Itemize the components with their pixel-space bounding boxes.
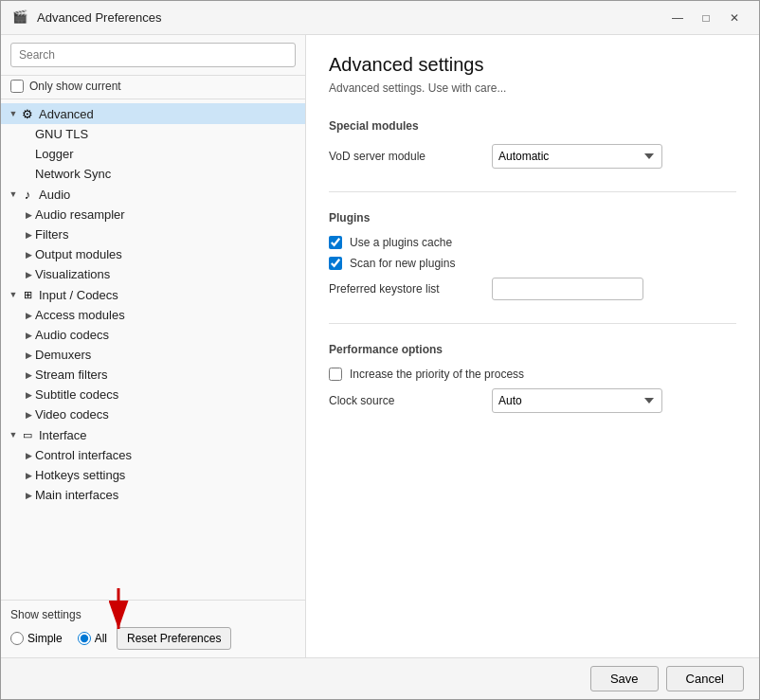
tree-label-video-codecs: Video codecs — [35, 407, 109, 422]
vod-server-row: VoD server module Automatic — [329, 144, 736, 169]
expand-arrow-advanced — [7, 107, 20, 120]
tree-item-audio-resampler[interactable]: Audio resampler — [1, 205, 305, 224]
maximize-button[interactable]: □ — [693, 8, 719, 28]
divider-1 — [329, 191, 736, 192]
expand-arrow-access-modules — [22, 309, 35, 322]
expand-arrow-interface — [7, 428, 20, 441]
tree-item-subtitle-codecs[interactable]: Subtitle codecs — [1, 385, 305, 404]
clock-source-select[interactable]: Auto — [492, 388, 662, 413]
special-modules-label: Special modules — [329, 119, 736, 133]
tree-label-demuxers: Demuxers — [35, 348, 91, 362]
only-show-current-checkbox[interactable] — [10, 80, 24, 93]
tree-item-logger[interactable]: Logger — [1, 144, 305, 164]
tree-icon-audio: ♪ — [20, 187, 35, 202]
expand-arrow-input-codecs — [7, 288, 20, 301]
increase-priority-checkbox[interactable] — [329, 368, 342, 381]
tree-item-stream-filters[interactable]: Stream filters — [1, 365, 305, 385]
cancel-button[interactable]: Cancel — [666, 666, 744, 691]
only-show-current-label: Only show current — [29, 80, 121, 93]
tree-label-input-codecs: Input / Codecs — [39, 288, 118, 302]
sidebar-bottom: Show settings Simple All — [1, 600, 305, 657]
search-input[interactable] — [10, 43, 296, 67]
preferred-keystore-label: Preferred keystore list — [329, 282, 480, 296]
radio-simple-label[interactable]: Simple — [10, 632, 63, 645]
tree-item-advanced[interactable]: ⚙ Advanced — [1, 103, 305, 124]
expand-arrow-visualizations — [22, 268, 35, 281]
minimize-button[interactable]: — — [664, 8, 691, 28]
tree-label-main-interfaces: Main interfaces — [35, 488, 118, 502]
expand-arrow-filters — [22, 228, 35, 242]
radio-simple[interactable] — [10, 632, 24, 645]
expand-arrow-demuxers — [22, 349, 35, 362]
tree-item-audio-codecs[interactable]: Audio codecs — [1, 325, 305, 345]
tree-label-subtitle-codecs: Subtitle codecs — [35, 387, 118, 402]
tree-item-network-sync[interactable]: Network Sync — [1, 164, 305, 184]
tree-item-interface[interactable]: ▭ Interface — [1, 424, 305, 445]
window-title: Advanced Preferences — [37, 10, 162, 25]
only-show-current-row: Only show current — [1, 76, 305, 99]
content-subtitle: Advanced settings. Use with care... — [329, 81, 736, 95]
expand-arrow-control-interfaces — [22, 449, 35, 462]
tree-item-access-modules[interactable]: Access modules — [1, 305, 305, 325]
tree-label-network-sync: Network Sync — [35, 167, 111, 181]
content-title: Advanced settings — [329, 54, 736, 76]
tree-label-filters: Filters — [35, 227, 68, 242]
radio-all-label[interactable]: All — [78, 632, 107, 645]
expand-arrow-audio-resampler — [22, 208, 35, 222]
divider-2 — [329, 323, 736, 324]
use-plugins-cache-checkbox[interactable] — [329, 236, 342, 249]
clock-source-row: Clock source Auto — [329, 388, 736, 413]
tree-item-output-modules[interactable]: Output modules — [1, 244, 305, 264]
preferred-keystore-row: Preferred keystore list — [329, 278, 736, 300]
tree-icon-input-codecs: ⊞ — [20, 287, 35, 302]
tree-item-audio[interactable]: ♪ Audio — [1, 184, 305, 205]
tree-label-visualizations: Visualizations — [35, 267, 110, 281]
tree-item-control-interfaces[interactable]: Control interfaces — [1, 445, 305, 465]
vod-server-select[interactable]: Automatic — [492, 144, 662, 169]
radio-group: Simple All — [10, 632, 107, 645]
tree-label-access-modules: Access modules — [35, 308, 125, 322]
expand-arrow-audio-codecs — [22, 329, 35, 342]
footer: Save Cancel — [1, 657, 759, 699]
tree-label-audio: Audio — [39, 188, 70, 202]
content-area: Advanced settings Advanced settings. Use… — [306, 35, 759, 657]
tree: ⚙ Advanced GNU TLS Logger Network Sync — [1, 99, 305, 600]
preferred-keystore-input[interactable] — [492, 278, 643, 300]
expand-arrow-subtitle-codecs — [22, 388, 35, 402]
tree-item-main-interfaces[interactable]: Main interfaces — [1, 485, 305, 505]
tree-item-visualizations[interactable]: Visualizations — [1, 264, 305, 284]
scan-new-plugins-row: Scan for new plugins — [329, 257, 736, 270]
tree-item-filters[interactable]: Filters — [1, 224, 305, 244]
expand-arrow-output-modules — [22, 248, 35, 261]
search-bar — [1, 35, 305, 76]
scan-new-plugins-label: Scan for new plugins — [350, 257, 455, 270]
tree-item-input-codecs[interactable]: ⊞ Input / Codecs — [1, 284, 305, 305]
reset-preferences-button[interactable]: Reset Preferences — [117, 627, 231, 650]
tree-label-audio-codecs: Audio codecs — [35, 328, 109, 342]
tree-label-stream-filters: Stream filters — [35, 368, 108, 382]
radio-all[interactable] — [78, 632, 91, 645]
tree-icon-advanced: ⚙ — [20, 106, 35, 121]
tree-label-hotkeys-settings: Hotkeys settings — [35, 468, 125, 482]
tree-label-gnu-tls: GNU TLS — [35, 127, 88, 141]
tree-item-gnu-tls[interactable]: GNU TLS — [1, 124, 305, 144]
scan-new-plugins-checkbox[interactable] — [329, 257, 342, 270]
tree-label-control-interfaces: Control interfaces — [35, 448, 132, 462]
tree-icon-interface: ▭ — [20, 427, 35, 442]
radio-simple-text: Simple — [27, 632, 63, 645]
plugins-label: Plugins — [329, 211, 736, 224]
save-button[interactable]: Save — [590, 666, 659, 691]
tree-item-demuxers[interactable]: Demuxers — [1, 345, 305, 365]
titlebar: 🎬 Advanced Preferences — □ ✕ — [1, 1, 759, 35]
expand-arrow-stream-filters — [22, 368, 35, 382]
main-area: Only show current ⚙ Advanced GNU TLS — [1, 35, 759, 657]
tree-item-hotkeys-settings[interactable]: Hotkeys settings — [1, 465, 305, 485]
tree-label-interface: Interface — [39, 428, 87, 442]
increase-priority-row: Increase the priority of the process — [329, 368, 736, 381]
tree-label-logger: Logger — [35, 147, 73, 161]
clock-source-label: Clock source — [329, 394, 480, 407]
close-button[interactable]: ✕ — [721, 8, 748, 28]
app-icon: 🎬 — [12, 9, 29, 27]
tree-item-video-codecs[interactable]: Video codecs — [1, 404, 305, 424]
tree-label-audio-resampler: Audio resampler — [35, 207, 125, 222]
